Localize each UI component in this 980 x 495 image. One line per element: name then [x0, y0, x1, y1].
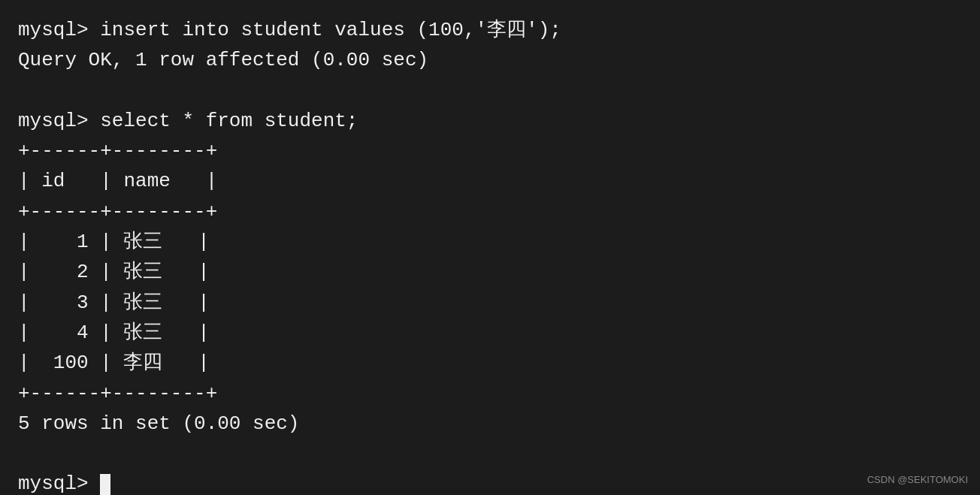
line-10: | 3 | 张三 | [18, 291, 210, 314]
line-1: mysql> insert into student values (100,'… [18, 19, 561, 41]
line-12: | 100 | 李四 | [18, 352, 210, 374]
terminal-output: mysql> insert into student values (100,'… [18, 15, 962, 495]
line-2: Query OK, 1 row affected (0.00 sec) [18, 49, 428, 71]
line-9: | 2 | 张三 | [18, 261, 210, 283]
terminal-cursor [100, 474, 110, 495]
line-11: | 4 | 张三 | [18, 321, 210, 344]
line-7: +------+--------+ [18, 201, 217, 223]
prompt-line[interactable]: mysql> [18, 472, 110, 495]
line-6: | id | name | [18, 170, 217, 192]
line-13: +------+--------+ [18, 382, 217, 405]
terminal-window: mysql> insert into student values (100,'… [0, 0, 980, 495]
line-5: +------+--------+ [18, 140, 217, 162]
line-4: mysql> select * from student; [18, 110, 358, 132]
watermark-text: CSDN @SEKITOMOKI [867, 472, 968, 487]
line-8: | 1 | 张三 | [18, 231, 210, 253]
line-14: 5 rows in set (0.00 sec) [18, 412, 299, 435]
